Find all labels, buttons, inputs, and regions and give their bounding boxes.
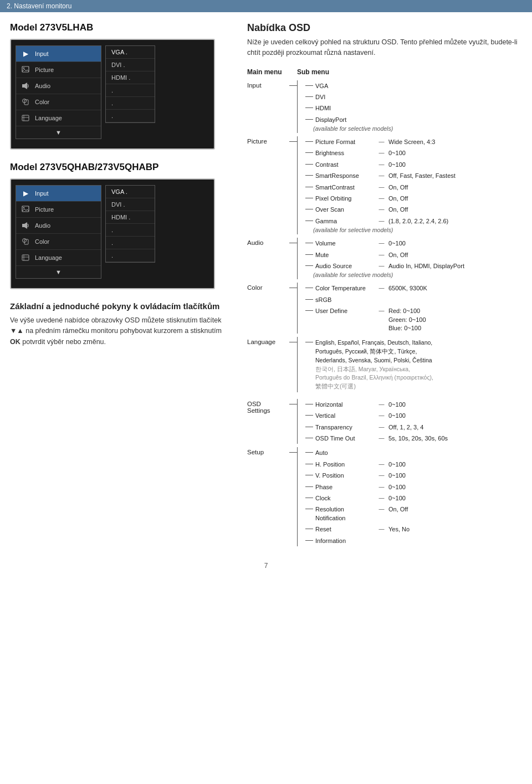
val-volume: 0~100 [388, 239, 522, 248]
input-icon-2: ▶ [21, 188, 30, 198]
row-audio-source: Audio Source — Audio In, HDMI, DisplayPo… [305, 260, 522, 271]
menu-item-picture-2: Picture [16, 202, 101, 218]
sub-name-gamma: Gamma [305, 217, 375, 226]
breadcrumb: 2. Nastavení monitoru [0, 0, 532, 12]
sub-name-clock: Clock [305, 494, 375, 503]
arrow-over-scan: — [375, 205, 388, 212]
menu-item-language-2: Language [16, 250, 101, 266]
svg-marker-12 [24, 222, 27, 229]
row-user-define: User Define — Red: 0~100 Green: 0~100 Bl… [305, 305, 522, 334]
menu-label-language-2: Language [35, 254, 62, 261]
ok-button-label: OK [10, 338, 21, 346]
audio-icon-1 [21, 81, 30, 91]
right-column: Nabídka OSD Níže je uveden celkový pohle… [243, 22, 522, 546]
val-brightness: 0~100 [388, 148, 522, 157]
arrow-color-temp: — [375, 284, 388, 291]
osd-menu-2: ▶ Input Picture Audio [16, 185, 101, 279]
menu-item-input-1: ▶ Input [16, 46, 101, 62]
sub-name-smartresponse: SmartResponse [305, 171, 375, 180]
row-smartcontrast: SmartContrast — On, Off [305, 182, 522, 193]
val-user-define: Red: 0~100 Green: 0~100 Blue: 0~100 [388, 306, 522, 332]
header-sub: Sub menu [297, 68, 369, 76]
lang-list: English, Español, Français, Deutsch, Ita… [315, 339, 433, 390]
svg-point-10 [23, 207, 24, 208]
sub-name-user-define: User Define [305, 306, 375, 315]
submenu-hdmi-2: HDMI . [106, 211, 155, 224]
submenu-dot3-1: . [106, 110, 155, 122]
note-input: (available for selective models) [313, 125, 522, 132]
tree-section-setup: Setup Auto H. Position — 0~100 V. Positi… [247, 447, 522, 546]
arrow-brightness: — [375, 148, 388, 156]
row-volume: Volume — 0~100 [305, 238, 522, 249]
sub-col-osd-settings: Horizontal — 0~100 Vertical — 0~100 Tran… [297, 399, 522, 444]
main-label-setup: Setup [247, 447, 297, 546]
menu-label-audio-1: Audio [35, 83, 50, 89]
val-audio-source: Audio In, HDMI, DisplayPort [388, 262, 522, 270]
menu-item-audio-2: Audio [16, 218, 101, 234]
language-icon-1 [21, 113, 30, 123]
val-transparency: Off, 1, 2, 3, 4 [388, 423, 522, 432]
sub-name-displayport: DisplayPort [305, 115, 375, 124]
desc-part1: Ve výše uvedené nabídce obrazovky OSD mů… [10, 316, 222, 335]
tree-section-language: Language English, Español, Français, Deu… [247, 337, 522, 392]
svg-marker-3 [24, 83, 27, 89]
row-information: Information [305, 535, 522, 546]
scroll-arrow-1: ▼ [55, 129, 62, 136]
row-color-temp: Color Temperature — 6500K, 9300K [305, 283, 522, 294]
val-over-scan: On, Off [388, 205, 522, 214]
arrow-gamma: — [375, 217, 388, 224]
submenu-dvi-1: DVI . [106, 59, 155, 71]
val-pixel-orbiting: On, Off [388, 194, 522, 203]
menu-label-language-1: Language [35, 115, 62, 121]
arrow-transparency: — [375, 423, 388, 430]
tree-section-color: Color Color Temperature — 6500K, 9300K s… [247, 283, 522, 334]
arrow-osd-timeout: — [375, 434, 388, 441]
sub-name-vga: VGA [305, 81, 375, 90]
arrow-contrast: — [375, 160, 388, 167]
menu-item-audio-1: Audio [16, 78, 101, 94]
note-audio: (available for selective models) [313, 271, 522, 278]
tree-headers: Main menu Sub menu [247, 68, 522, 76]
row-clock: Clock — 0~100 [305, 493, 522, 504]
sub-name-vertical: Vertical [305, 411, 375, 420]
val-mute: On, Off [388, 250, 522, 259]
model2-title: Model 273V5QHAB/273V5QHABP [10, 162, 232, 173]
sub-name-color-temp: Color Temperature [305, 284, 375, 293]
submenu-vga-2: VGA . [106, 186, 155, 198]
val-osd-timeout: 5s, 10s, 20s, 30s, 60s [388, 434, 522, 443]
row-pixel-orbiting: Pixel Orbiting — On, Off [305, 193, 522, 204]
row-horizontal: Horizontal — 0~100 [305, 399, 522, 410]
instructions-heading: Základní a jednoduché pokyny k ovládacím… [10, 301, 232, 311]
arrow-v-position: — [375, 471, 388, 478]
sub-name-horizontal: Horizontal [305, 400, 375, 409]
sub-name-dvi: DVI [305, 93, 375, 101]
val-h-position: 0~100 [388, 460, 522, 469]
main-label-audio: Audio [247, 238, 297, 279]
desc-part3: potvrdit výběr nebo změnu. [22, 338, 106, 346]
sub-name-over-scan: Over Scan [305, 205, 375, 214]
row-reset: Reset — Yes, No [305, 524, 522, 535]
main-label-input: Input [247, 80, 297, 134]
svg-point-1 [23, 68, 24, 69]
gap5 [247, 392, 522, 399]
row-resolution-notification: Resolution Notification — On, Off [305, 504, 522, 524]
sub-name-h-position: H. Position [305, 460, 375, 469]
menu-label-picture-1: Picture [35, 66, 54, 73]
sub-name-audio-source: Audio Source [305, 262, 375, 270]
val-clock: 0~100 [388, 494, 522, 503]
submenu-dot-1: . [106, 84, 155, 97]
row-smartresponse: SmartResponse — Off, Fast, Faster, Faste… [305, 170, 522, 181]
menu-label-color-1: Color [35, 99, 49, 105]
color-icon-1 [21, 97, 30, 107]
picture-icon-1 [21, 65, 30, 75]
tree-section-audio: Audio Volume — 0~100 Mute — On, Off Audi… [247, 238, 522, 279]
arrow-clock: — [375, 494, 388, 501]
osd-mockup-model1: ▶ Input Picture Audio [10, 39, 215, 150]
menu-scroll-1: ▼ [16, 126, 101, 139]
sub-name-resolution-notification: Resolution Notification [305, 505, 375, 522]
nabidka-desc: Níže je uveden celkový pohled na struktu… [247, 37, 522, 58]
sub-name-information: Information [305, 536, 375, 545]
arrow-audio-source: — [375, 262, 388, 269]
submenu-hdmi-1: HDMI . [106, 71, 155, 84]
svg-rect-2 [22, 84, 24, 88]
